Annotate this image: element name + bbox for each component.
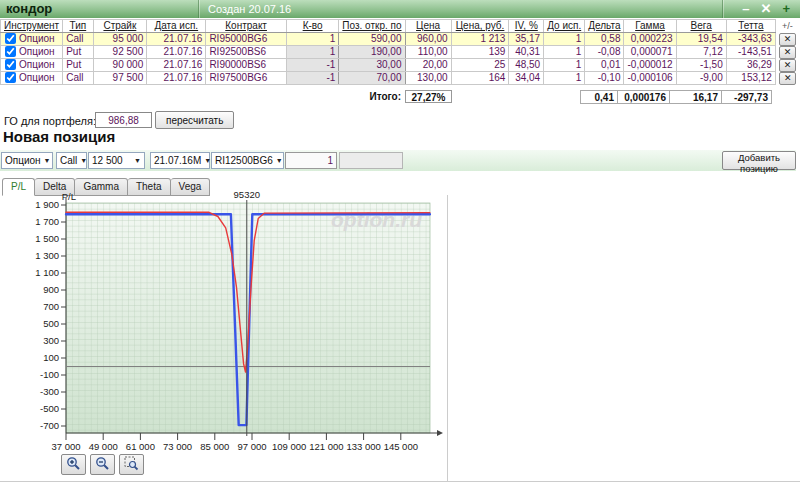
chart-zoom-toolbar <box>61 454 144 475</box>
col-header: Гамма <box>624 20 676 33</box>
position-cell: 48,50 <box>509 59 544 72</box>
col-header-link[interactable]: Гамма <box>635 20 665 31</box>
instrument-label: Опцион <box>19 46 55 57</box>
recalculate-button[interactable]: пересчитать <box>155 111 234 129</box>
col-header-link: +/- <box>782 21 793 31</box>
svg-text:133 000: 133 000 <box>346 441 380 452</box>
col-header-link[interactable]: Дата исп. <box>154 20 198 31</box>
delete-row-button[interactable]: ✕ <box>779 46 796 59</box>
totals-label: Итого: <box>280 91 401 102</box>
svg-text:900: 900 <box>43 284 59 295</box>
portfolio-margin-input[interactable] <box>95 112 152 128</box>
position-cell: 590,00 <box>339 33 405 46</box>
col-header: Инструмент <box>1 20 63 33</box>
position-cell: RI90000BS6 <box>206 59 286 72</box>
col-header-link[interactable]: К-во <box>303 20 323 31</box>
position-cell: RI95000BG6 <box>206 33 286 46</box>
col-header-link[interactable]: Тип <box>70 20 87 31</box>
expiration-select[interactable]: 21.07.16M▼ <box>150 152 210 169</box>
col-header-link[interactable]: Вега <box>691 20 712 31</box>
col-header: +/- <box>775 20 799 33</box>
svg-text:1 100: 1 100 <box>35 267 59 278</box>
position-cell: 1 <box>286 33 338 46</box>
svg-text:61 000: 61 000 <box>126 441 155 452</box>
position-cell: 35,17 <box>509 33 544 46</box>
position-cell: 34,04 <box>509 72 544 85</box>
position-cell: -1 <box>286 59 338 72</box>
position-cell: 130,00 <box>405 72 451 85</box>
zoom-out-icon <box>95 456 110 474</box>
svg-text:49 000: 49 000 <box>89 441 118 452</box>
price-box <box>339 152 403 169</box>
position-cell: 960,00 <box>405 33 451 46</box>
position-cell: Call <box>63 33 93 46</box>
position-cell: 95 000 <box>93 33 147 46</box>
svg-text:-300: -300 <box>40 386 59 397</box>
svg-text:-500: -500 <box>40 403 59 414</box>
col-header: Цена <box>405 20 451 33</box>
col-header-link[interactable]: Цена, руб. <box>456 20 505 31</box>
add-position-button[interactable]: Добавить позицию <box>722 151 796 170</box>
zoom-in-icon <box>66 456 81 474</box>
zoom-out-button[interactable] <box>90 454 115 475</box>
col-header-link[interactable]: IV, % <box>515 20 538 31</box>
col-header-link[interactable]: Инструмент <box>4 20 59 31</box>
chart-panel-border <box>447 195 448 481</box>
position-cell: 40,31 <box>509 46 544 59</box>
position-cell: RI92500BS6 <box>206 46 286 59</box>
zoom-region-button[interactable] <box>119 454 144 475</box>
delete-row-button[interactable]: ✕ <box>779 33 796 46</box>
instrument-cell: Опцион <box>1 72 63 85</box>
col-header: Страйк <box>93 20 147 33</box>
svg-text:1 500: 1 500 <box>35 233 59 244</box>
row-enabled-checkbox[interactable] <box>5 59 16 70</box>
col-header-link[interactable]: Контракт <box>225 20 267 31</box>
pl-chart: 1 9001 7001 5001 3001 100900700500300100… <box>0 185 455 485</box>
total-delta: 0,41 <box>580 90 618 104</box>
position-cell: 21.07.16 <box>147 59 206 72</box>
delete-row-button[interactable]: ✕ <box>779 72 796 85</box>
col-header-link[interactable]: Поз. откр. по <box>342 20 401 31</box>
svg-text:-100: -100 <box>40 369 59 380</box>
watermark: option.ru <box>331 208 422 231</box>
portfolio-margin-label: ГО для портфеля: <box>4 115 96 127</box>
svg-text:95320: 95320 <box>234 189 260 200</box>
instrument-cell: Опцион <box>1 59 63 72</box>
position-cell: -0,000106 <box>624 72 676 85</box>
add-button[interactable]: + <box>782 0 790 18</box>
position-cell: Put <box>63 59 93 72</box>
row-enabled-checkbox[interactable] <box>5 33 16 44</box>
col-header-link[interactable]: Тетта <box>738 20 763 31</box>
window-controls: –✕+ <box>742 0 790 18</box>
col-header: IV, % <box>509 20 544 33</box>
col-header-link[interactable]: Страйк <box>103 20 136 31</box>
zoom-in-button[interactable] <box>61 454 86 475</box>
window-titlebar: кондор Создан 20.07.16 –✕+ <box>0 0 800 18</box>
quantity-input[interactable] <box>285 152 337 169</box>
contract-select[interactable]: RI12500BG6▼ <box>211 152 284 169</box>
position-cell: -1 <box>286 72 338 85</box>
col-header-link[interactable]: Дельта <box>588 20 620 31</box>
row-enabled-checkbox[interactable] <box>5 72 16 83</box>
strike-select[interactable]: 12 500▼ <box>88 152 145 169</box>
position-cell: 7,12 <box>676 46 726 59</box>
greeks-totals: 0,41 0,000176 16,17 -297,73 <box>580 90 772 104</box>
new-position-title: Новая позиция <box>3 128 115 145</box>
col-header: Дельта <box>585 20 624 33</box>
row-enabled-checkbox[interactable] <box>5 46 16 57</box>
delete-row-button[interactable]: ✕ <box>779 59 796 72</box>
col-header: К-во <box>286 20 338 33</box>
type-select[interactable]: Call▼ <box>56 152 87 169</box>
svg-text:-700: -700 <box>40 420 59 431</box>
position-cell: -143,51 <box>726 46 775 59</box>
col-header: Контракт <box>206 20 286 33</box>
delete-cell: ✕ <box>775 59 799 72</box>
instrument-select[interactable]: Опцион▼ <box>1 152 53 169</box>
col-header-link[interactable]: Цена <box>416 20 440 31</box>
positions-table: ИнструментТипСтрайкДата исп.КонтрактК-во… <box>0 19 800 85</box>
instrument-cell: Опцион <box>1 46 63 59</box>
close-button[interactable]: ✕ <box>761 0 772 18</box>
col-header-link[interactable]: До исп. <box>547 20 581 31</box>
minimize-button[interactable]: – <box>742 0 749 18</box>
position-cell: 70,00 <box>339 72 405 85</box>
